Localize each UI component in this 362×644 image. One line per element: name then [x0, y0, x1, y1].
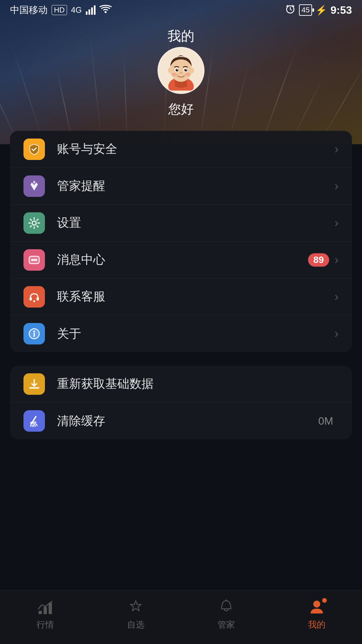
svg-point-0: [105, 11, 107, 13]
svg-rect-17: [33, 181, 35, 183]
nav-item-watchlist[interactable]: 自选: [90, 597, 181, 631]
svg-line-34: [34, 425, 34, 427]
second-menu-card: 重新获取基础数据 清除缓存 0M: [10, 366, 352, 439]
active-dot: [322, 598, 327, 603]
info-icon: [23, 323, 45, 344]
svg-rect-23: [29, 297, 32, 301]
clear-cache-label: 清除缓存: [57, 413, 318, 429]
greeting-text: 您好: [168, 101, 194, 118]
svg-point-15: [172, 73, 177, 76]
menu-item-contact-support[interactable]: 联系客服 ›: [10, 278, 352, 315]
account-security-label: 账号与安全: [57, 141, 335, 157]
svg-line-36: [36, 424, 37, 426]
mine-nav-label: 我的: [308, 619, 325, 631]
carrier-name: 中国移动: [10, 4, 48, 16]
gear-icon: [23, 212, 45, 234]
svg-line-31: [33, 417, 36, 422]
svg-point-20: [31, 259, 33, 261]
svg-point-7: [189, 67, 194, 73]
svg-rect-39: [49, 603, 52, 614]
svg-point-29: [34, 331, 35, 332]
avatar-container: 您好: [158, 47, 204, 118]
menu-item-settings[interactable]: 设置 ›: [10, 205, 352, 241]
status-right: 45 ⚡ 9:53: [285, 4, 352, 17]
nav-item-market[interactable]: 行情: [0, 597, 90, 631]
battery-indicator: 45: [299, 4, 312, 16]
bell-icon: [217, 597, 236, 616]
charging-icon: ⚡: [315, 5, 327, 16]
broom-icon: [23, 410, 45, 432]
market-icon: [36, 597, 55, 616]
menu-item-about[interactable]: 关于 ›: [10, 315, 352, 352]
menu-item-account-security[interactable]: 账号与安全 ›: [10, 131, 352, 168]
status-left: 中国移动 HD 4G: [10, 4, 112, 16]
steward-reminder-label: 管家提醒: [57, 178, 335, 194]
chevron-right-icon: ›: [335, 142, 339, 156]
person-icon: [307, 597, 326, 616]
svg-rect-37: [39, 611, 42, 614]
about-label: 关于: [57, 326, 335, 342]
main-menu-card: 账号与安全 › 管家提醒 › 设置 ›: [10, 131, 352, 352]
svg-point-41: [313, 601, 320, 607]
chevron-right-icon: ›: [335, 290, 339, 304]
chat-icon: [23, 249, 45, 271]
chevron-right-icon: ›: [335, 327, 339, 341]
svg-line-32: [31, 425, 31, 426]
cache-size-value: 0M: [318, 415, 333, 427]
alarm-icon: [285, 4, 296, 17]
chevron-right-icon: ›: [335, 179, 339, 193]
nav-item-steward[interactable]: 管家: [181, 597, 272, 631]
menu-item-refresh-data[interactable]: 重新获取基础数据: [10, 366, 352, 402]
status-bar: 中国移动 HD 4G: [0, 0, 362, 20]
nav-item-mine[interactable]: 我的: [272, 597, 362, 631]
svg-point-14: [180, 72, 182, 74]
settings-label: 设置: [57, 215, 335, 231]
steward-nav-label: 管家: [218, 619, 235, 631]
signal-bars-icon: [86, 5, 96, 15]
headset-icon: [23, 286, 45, 308]
page-title: 我的: [0, 27, 362, 45]
svg-point-13: [186, 69, 187, 70]
svg-point-6: [168, 67, 173, 73]
message-badge: 89: [308, 253, 329, 267]
svg-point-21: [33, 259, 35, 261]
clock-time: 9:53: [330, 4, 352, 16]
download-icon: [23, 373, 45, 395]
refresh-data-label: 重新获取基础数据: [57, 376, 339, 392]
avatar[interactable]: [158, 47, 204, 94]
svg-rect-30: [29, 387, 39, 389]
chevron-right-icon: ›: [335, 216, 339, 230]
svg-line-35: [35, 425, 36, 426]
battery-level: 45: [301, 6, 309, 14]
market-nav-label: 行情: [37, 619, 54, 631]
svg-point-22: [35, 259, 37, 261]
tie-icon: [23, 175, 45, 197]
contact-support-label: 联系客服: [57, 288, 335, 305]
menu-item-steward-reminder[interactable]: 管家提醒 ›: [10, 168, 352, 205]
svg-point-12: [177, 69, 178, 70]
message-center-label: 消息中心: [57, 252, 308, 268]
network-type: 4G: [71, 5, 82, 15]
shield-check-icon: [23, 139, 45, 160]
wifi-icon: [100, 4, 112, 16]
menu-item-clear-cache[interactable]: 清除缓存 0M: [10, 402, 352, 439]
star-icon: [126, 597, 145, 616]
hd-badge: HD: [52, 5, 67, 15]
svg-rect-38: [44, 607, 47, 614]
svg-point-16: [185, 73, 190, 76]
svg-rect-24: [37, 297, 39, 301]
chevron-right-icon: ›: [335, 253, 339, 267]
menu-item-message-center[interactable]: 消息中心 89 ›: [10, 241, 352, 278]
svg-point-18: [32, 221, 36, 225]
bottom-navigation: 行情 自选 管家 我的: [0, 590, 362, 644]
watchlist-nav-label: 自选: [127, 619, 144, 631]
